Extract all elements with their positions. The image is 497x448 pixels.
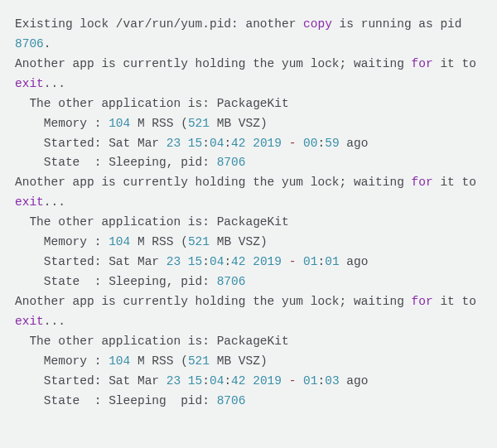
keyword-for: for (412, 176, 433, 189)
keyword-exit: exit (15, 77, 44, 90)
line-started: Started: Sat Mar 23 15:04:42 2019 - 01:0… (15, 374, 368, 388)
keyword-copy: copy (303, 17, 332, 31)
line-state: State : Sleeping, pid: 8706 (15, 156, 245, 169)
line-other-app: The other application is: PackageKit (15, 97, 289, 110)
line-waiting: Another app is currently holding the yum… (15, 57, 484, 90)
keyword-for: for (412, 57, 433, 70)
line-other-app: The other application is: PackageKit (15, 215, 289, 229)
line-waiting: Another app is currently holding the yum… (15, 295, 484, 328)
pid-number: 8706 (15, 37, 44, 51)
line-other-app: The other application is: PackageKit (15, 335, 289, 348)
terminal-output: Existing lock /var/run/yum.pid: another … (0, 0, 497, 411)
keyword-exit: exit (15, 195, 44, 209)
line-state: State : Sleeping, pid: 8706 (15, 275, 245, 288)
line-state-cut: State : Sleeping pid: 8706 (15, 394, 245, 407)
line-started: Started: Sat Mar 23 15:04:42 2019 - 01:0… (15, 255, 368, 268)
line-started: Started: Sat Mar 23 15:04:42 2019 - 00:5… (15, 137, 368, 150)
keyword-exit: exit (15, 315, 44, 328)
line-memory: Memory : 104 M RSS (521 MB VSZ) (15, 235, 268, 248)
line-memory: Memory : 104 M RSS (521 MB VSZ) (15, 117, 268, 130)
keyword-for: for (412, 295, 433, 308)
line-memory: Memory : 104 M RSS (521 MB VSZ) (15, 354, 268, 368)
line-waiting: Another app is currently holding the yum… (15, 176, 484, 209)
line-existing-lock: Existing lock /var/run/yum.pid: another … (15, 17, 469, 51)
